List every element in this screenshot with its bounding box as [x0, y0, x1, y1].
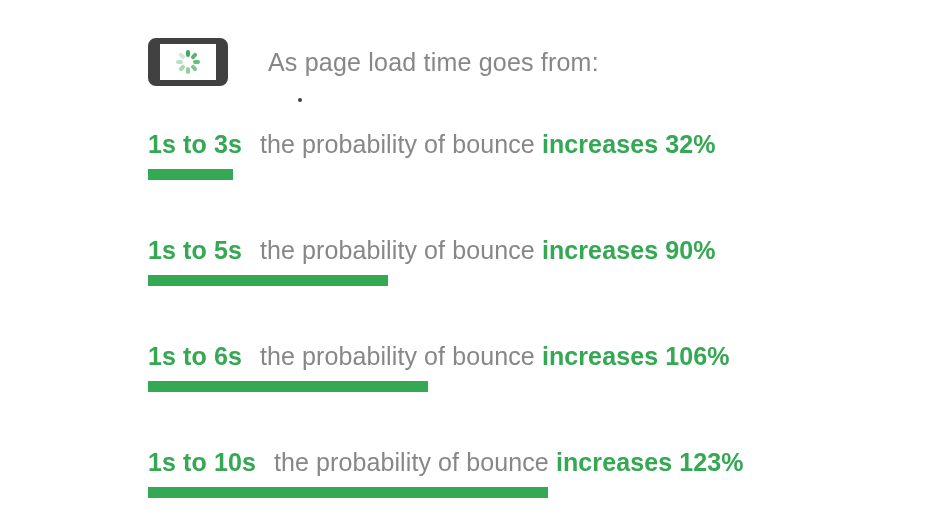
- load-time-range: 1s to 6s: [148, 342, 242, 370]
- infographic: As page load time goes from: 1s to 3sthe…: [0, 0, 933, 520]
- mid-text: the probability of bounce: [260, 130, 542, 158]
- mid-text: the probability of bounce: [260, 236, 542, 264]
- stat-bar: [148, 381, 428, 392]
- stat-line: 1s to 10sthe probability of bounce incre…: [148, 448, 848, 477]
- stat-row: 1s to 10sthe probability of bounce incre…: [148, 448, 848, 498]
- load-time-range: 1s to 10s: [148, 448, 256, 476]
- header-title: As page load time goes from:: [268, 48, 599, 77]
- increase-value: increases 106%: [542, 342, 730, 370]
- stat-line: 1s to 5sthe probability of bounce increa…: [148, 236, 848, 265]
- increase-value: increases 123%: [556, 448, 744, 476]
- mid-text: the probability of bounce: [260, 342, 542, 370]
- header: As page load time goes from:: [148, 38, 599, 86]
- stat-line: 1s to 3sthe probability of bounce increa…: [148, 130, 848, 159]
- stat-row: 1s to 6sthe probability of bounce increa…: [148, 342, 848, 392]
- stat-line: 1s to 6sthe probability of bounce increa…: [148, 342, 848, 371]
- mid-text: the probability of bounce: [274, 448, 556, 476]
- rows-container: 1s to 3sthe probability of bounce increa…: [148, 130, 848, 520]
- loading-spinner-icon: [176, 50, 200, 74]
- stat-row: 1s to 3sthe probability of bounce increa…: [148, 130, 848, 180]
- stat-bar: [148, 487, 548, 498]
- stat-bar: [148, 169, 233, 180]
- load-time-range: 1s to 3s: [148, 130, 242, 158]
- load-time-range: 1s to 5s: [148, 236, 242, 264]
- increase-value: increases 32%: [542, 130, 716, 158]
- phone-device-icon: [148, 38, 228, 86]
- stat-bar: [148, 275, 388, 286]
- stat-row: 1s to 5sthe probability of bounce increa…: [148, 236, 848, 286]
- increase-value: increases 90%: [542, 236, 716, 264]
